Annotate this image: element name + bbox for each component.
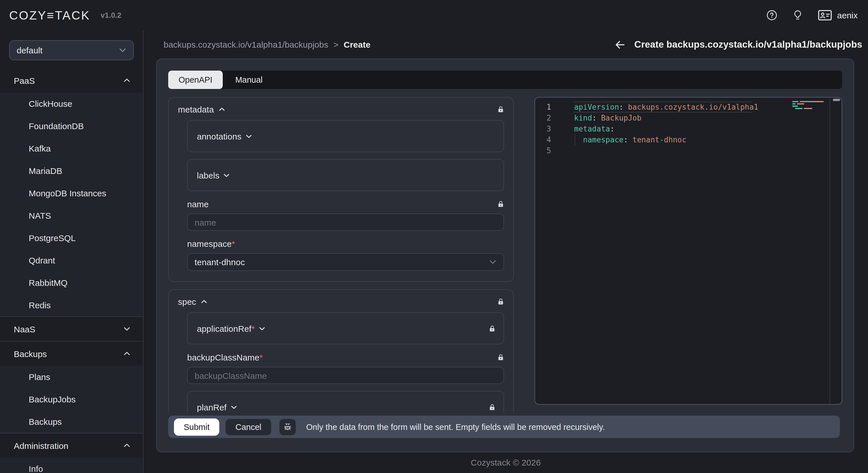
theme-button[interactable] [793, 10, 803, 21]
sidebar-section-naas[interactable]: NaaS [0, 317, 143, 341]
help-icon [766, 10, 777, 21]
annotations-expander[interactable]: annotations [187, 120, 504, 152]
scrollbar-track [830, 98, 830, 404]
sidebar-item-plans[interactable]: Plans [0, 366, 143, 388]
user-name: aenix [837, 10, 858, 20]
submenu-paas: ClickHouse FoundationDB Kafka MariaDB Mo… [0, 92, 143, 316]
cancel-button[interactable]: Cancel [225, 418, 272, 435]
sidebar-item-nats[interactable]: NATS [0, 204, 143, 227]
namespace-field-label: namespace* [187, 239, 235, 249]
id-card-icon [818, 10, 832, 21]
yaml-code-editor[interactable]: 1 apiVersion: backups.cozystack.io/v1alp… [534, 97, 842, 405]
sidebar-item-info[interactable]: Info [0, 458, 143, 473]
code-line: 4 namespace: tenant-dhnoc [535, 134, 842, 145]
field-label: labels [197, 170, 219, 180]
sidebar: default PaaS ClickHouse FoundationDB Kaf… [0, 30, 144, 473]
field-label: annotations [197, 131, 241, 141]
line-number: 3 [535, 123, 559, 134]
labels-expander[interactable]: labels [187, 159, 504, 191]
tab-manual[interactable]: Manual [223, 71, 275, 89]
field-label: planRef [197, 402, 226, 412]
metadata-lock-icon[interactable] [497, 106, 504, 113]
app-version: v1.0.2 [101, 11, 121, 20]
app-header: COZY≡TACK v1.0.2 [0, 0, 868, 30]
sidebar-section-administration[interactable]: Administration [0, 433, 143, 458]
chevron-up-icon [218, 107, 225, 112]
app: COZY≡TACK v1.0.2 [0, 0, 868, 473]
name-field-label: name [187, 199, 209, 209]
line-number: 4 [535, 134, 559, 145]
minimap[interactable] [792, 101, 828, 110]
chevron-up-icon [123, 351, 130, 356]
sidebar-item-backupjobs[interactable]: BackupJobs [0, 388, 143, 410]
debug-button[interactable] [279, 418, 297, 435]
back-button[interactable] [614, 39, 626, 50]
sidebar-section-backups[interactable]: Backups [0, 342, 143, 366]
spec-section-toggle[interactable]: spec [178, 297, 207, 307]
chevron-down-icon [489, 259, 497, 264]
chevron-up-icon [123, 78, 130, 83]
submit-button[interactable]: Submit [174, 418, 219, 435]
sidebar-item-clickhouse[interactable]: ClickHouse [0, 92, 143, 115]
submenu-administration: Info [0, 458, 143, 473]
sidebar-item-foundationdb[interactable]: FoundationDB [0, 115, 143, 137]
app-logo: COZY≡TACK [9, 8, 90, 22]
lightbulb-icon [793, 10, 803, 21]
line-number: 1 [535, 102, 559, 113]
breadcrumb-current: Create [344, 40, 370, 50]
arrow-left-icon [614, 39, 626, 50]
form-note: Only the data from the form will be sent… [306, 422, 605, 431]
line-number: 2 [535, 113, 559, 123]
spec-lock-icon[interactable] [497, 298, 504, 305]
sidebar-item-mariadb[interactable]: MariaDB [0, 160, 143, 182]
metadata-card: metadata annotations [168, 97, 514, 282]
chevron-down-icon [123, 327, 130, 331]
user-menu[interactable]: aenix [818, 10, 858, 21]
page-title: Create backups.cozystack.io/v1alpha1/bac… [634, 39, 862, 50]
chevron-down-icon [259, 326, 265, 330]
submenu-backups: Plans BackupJobs Backups [0, 366, 143, 433]
chevron-down-icon [245, 134, 252, 138]
backupclassname-field-label: backupClassName* [187, 352, 262, 362]
sidebar-item-kafka[interactable]: Kafka [0, 137, 143, 160]
create-panel: OpenAPI Manual metadata [156, 59, 854, 452]
chevron-down-icon [223, 173, 229, 177]
sidebar-item-backups[interactable]: Backups [0, 410, 143, 433]
required-mark: * [231, 239, 235, 249]
planref-expander[interactable]: planRef [187, 391, 504, 412]
topbar: backups.cozystack.io/v1alpha1/backupjobs… [144, 30, 868, 59]
sidebar-section-paas[interactable]: PaaS [0, 68, 143, 92]
required-mark: * [259, 352, 263, 362]
planref-lock-icon[interactable] [489, 403, 495, 411]
help-button[interactable] [766, 10, 777, 21]
backupclassname-lock-icon[interactable] [497, 354, 504, 361]
context-select[interactable]: default [9, 40, 134, 60]
name-lock-icon[interactable] [497, 200, 504, 208]
footer-copyright: Cozystack © 2026 [144, 452, 868, 473]
chevron-up-icon [200, 299, 207, 304]
sidebar-item-mongodb-instances[interactable]: MongoDB Instances [0, 182, 143, 204]
backupclassname-input[interactable] [187, 367, 504, 384]
section-label: Backups [14, 349, 47, 358]
context-select-value: default [17, 45, 42, 55]
scrollbar-thumb[interactable] [833, 99, 840, 101]
sidebar-item-postgresql[interactable]: PostgreSQL [0, 227, 143, 249]
namespace-select-value: tenant-dhnoc [195, 257, 245, 267]
spec-card: spec applicationRef* [168, 289, 514, 412]
applicationref-lock-icon[interactable] [489, 325, 495, 332]
sidebar-item-redis[interactable]: Redis [0, 294, 143, 316]
section-title: metadata [178, 104, 214, 114]
tab-openapi[interactable]: OpenAPI [168, 71, 223, 89]
namespace-select[interactable]: tenant-dhnoc [187, 253, 504, 271]
name-input[interactable] [187, 214, 504, 231]
sidebar-item-qdrant[interactable]: Qdrant [0, 249, 143, 272]
section-title: spec [178, 297, 196, 307]
breadcrumb-resource-link[interactable]: backups.cozystack.io/v1alpha1/backupjobs [164, 40, 329, 50]
sidebar-item-rabbitmq[interactable]: RabbitMQ [0, 272, 143, 294]
metadata-section-toggle[interactable]: metadata [178, 104, 225, 114]
section-label: Administration [14, 441, 68, 450]
editor-mode-tabs: OpenAPI Manual [168, 71, 842, 89]
action-bar: Submit Cancel [168, 416, 840, 438]
applicationref-expander[interactable]: applicationRef* [187, 312, 504, 344]
header-actions: aenix [766, 10, 858, 21]
